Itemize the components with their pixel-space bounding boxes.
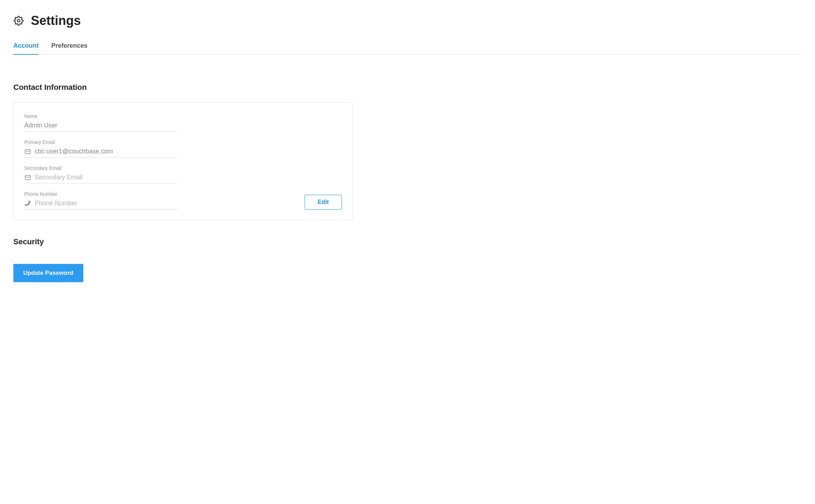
tab-account[interactable]: Account [13, 42, 39, 54]
security-section: Security Update Password [13, 237, 802, 282]
svg-point-0 [18, 20, 20, 22]
phone-label: Phone Number [24, 191, 177, 197]
gear-icon [13, 15, 24, 26]
secondary-email-input-row [24, 174, 177, 184]
primary-email-label: Primary Email [24, 139, 177, 145]
edit-button[interactable]: Edit [305, 195, 342, 210]
phone-group: Phone Number [24, 191, 177, 210]
update-password-button[interactable]: Update Password [13, 264, 83, 282]
contact-info-card: Name Primary Email Secondary Email [13, 102, 353, 220]
phone-input-row [24, 200, 177, 210]
envelope-icon [24, 148, 31, 155]
name-group: Name [24, 113, 177, 132]
secondary-email-label: Secondary Email [24, 165, 177, 171]
security-heading: Security [13, 237, 802, 246]
contact-info-heading: Contact Information [13, 83, 802, 92]
name-input-row [24, 122, 177, 132]
contact-info-section: Contact Information Name Primary Email S… [13, 83, 802, 220]
envelope-icon [24, 174, 31, 181]
primary-email-field[interactable] [35, 148, 177, 155]
name-field[interactable] [24, 122, 177, 129]
tabs: Account Preferences [13, 42, 802, 55]
name-label: Name [24, 113, 177, 119]
primary-email-group: Primary Email [24, 139, 177, 158]
secondary-email-group: Secondary Email [24, 165, 177, 184]
phone-icon [24, 200, 31, 207]
primary-email-input-row [24, 148, 177, 158]
secondary-email-field[interactable] [35, 174, 177, 181]
page-title: Settings [31, 13, 81, 28]
page-header: Settings [13, 13, 802, 28]
tab-preferences[interactable]: Preferences [51, 42, 87, 54]
phone-field[interactable] [35, 200, 177, 207]
